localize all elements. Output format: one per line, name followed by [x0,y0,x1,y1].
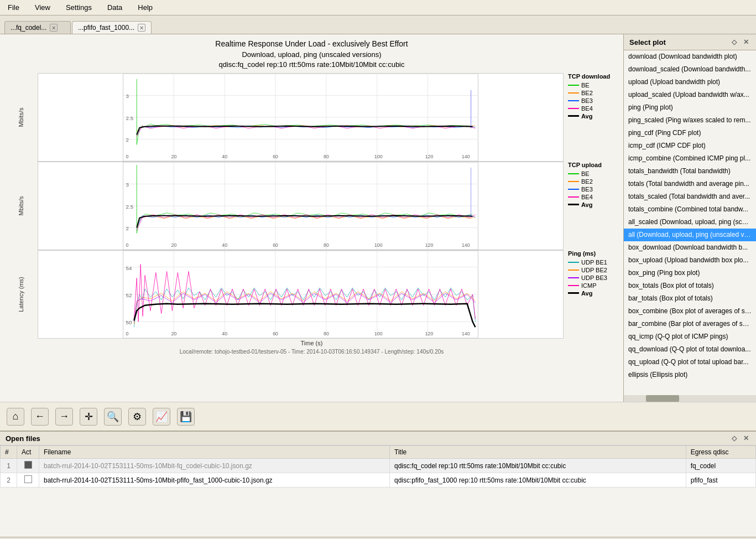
plot-list[interactable]: download (Download bandwidth plot)downlo… [624,50,756,395]
svg-text:3: 3 [126,93,129,99]
toolbar-settings-button[interactable]: ⚙ [128,408,146,426]
plot-item[interactable]: ping_scaled (Ping w/axes scaled to rem..… [624,114,756,127]
scrollbar-thumb[interactable] [646,395,679,402]
row-checkbox[interactable] [24,475,32,483]
toolbar-move-button[interactable]: ✛ [80,408,97,426]
upload-legend-avg: Avg [568,201,619,208]
upload-legend-title: TCP upload [568,162,619,168]
upload-chart-row: Mbits/s 3 2.5 2 20 [4,162,619,250]
svg-text:2: 2 [126,225,129,231]
menu-data[interactable]: Data [104,2,126,13]
plot-scrollbar[interactable] [624,395,756,402]
plot-item[interactable]: upload (Upload bandwidth plot) [624,76,756,89]
open-files-table: # Act Filename Title Egress qdisc 1batch… [0,445,756,537]
tab-fq-codel-label: ...fq_codel... [11,24,46,32]
toolbar-save-button[interactable]: 💾 [177,408,195,426]
svg-text:3: 3 [126,182,129,188]
tab-pfifo[interactable]: ...pfifo_fast_1000... ✕ [72,21,152,34]
plot-item[interactable]: upload_scaled (Upload bandwidth w/ax... [624,89,756,101]
upload-y-label-container: Mbits/s [4,162,38,250]
plot-item[interactable]: download (Download bandwidth plot) [624,50,756,63]
plot-item[interactable]: bar_combine (Bar plot of averages of se.… [624,318,756,330]
plot-item[interactable]: box_combine (Box plot of averages of se.… [624,305,756,318]
plot-item[interactable]: box_totals (Box plot of totals) [624,279,756,292]
toolbar-forward-button[interactable]: → [55,408,73,426]
plot-item[interactable]: all (Download, upload, ping (unscaled ve… [624,229,756,241]
select-plot-header: Select plot ◇ ✕ [624,34,756,50]
panel-diamond-icon[interactable]: ◇ [729,38,738,46]
plot-item[interactable]: bar_totals (Box plot of totals) [624,292,756,305]
panel-close-icon[interactable]: ✕ [742,38,750,46]
ping-y-label-container: Latency (ms) [4,250,38,339]
plot-item[interactable]: ellipsis (Ellipsis plot) [624,369,756,381]
chart-status: Local/remote: tohojo-testbed-01/testserv… [4,349,619,355]
plot-item[interactable]: icmp_combine (Combined ICMP ping pl... [624,152,756,165]
toolbar-home-button[interactable]: ⌂ [7,408,24,426]
upload-legend: TCP upload BE BE2 BE3 BE4 [564,162,619,250]
toolbar-back-button[interactable]: ← [31,408,49,426]
plot-item[interactable]: qq_upload (Q-Q plot of total upload bar.… [624,356,756,369]
row-act[interactable] [17,459,39,473]
svg-text:50: 50 [126,319,132,325]
tab-fq-codel[interactable]: ...fq_codel... ✕ [4,21,71,34]
svg-text:20: 20 [171,331,176,336]
row-title: qdisc:fq_codel rep:10 rtt:50ms rate:10Mb… [390,459,686,473]
tab-pfifo-close[interactable]: ✕ [138,24,145,32]
bottom-header-icons: ◇ ✕ [729,434,750,443]
svg-text:40: 40 [222,154,227,159]
table-row[interactable]: 2batch-rrul-2014-10-02T153111-50ms-10Mbi… [1,473,756,488]
col-title: Title [390,446,686,459]
menu-settings[interactable]: Settings [62,2,95,13]
upload-legend-be3: BE3 [568,186,619,193]
menu-view[interactable]: View [32,2,54,13]
plot-item[interactable]: all_scaled (Download, upload, ping (scal… [624,216,756,229]
table-row[interactable]: 1batch-rrul-2014-10-02T153111-50ms-10Mbi… [1,459,756,473]
plot-item[interactable]: icmp_cdf (ICMP CDF plot) [624,139,756,152]
ping-legend-udpbe3: UDP BE3 [568,274,619,281]
plot-item[interactable]: totals (Total bandwidth and average pin.… [624,178,756,190]
toolbar-chart-button[interactable]: 📈 [153,408,170,426]
download-legend-avg: Avg [568,113,619,120]
col-act: Act [17,446,39,459]
plot-item[interactable]: box_download (Download bandwidth b... [624,241,756,254]
menu-file[interactable]: File [4,2,23,13]
svg-text:60: 60 [273,154,278,159]
col-num: # [1,446,17,459]
plot-item[interactable]: qq_icmp (Q-Q plot of ICMP pings) [624,330,756,343]
ping-legend-udpbe2: UDP BE2 [568,267,619,273]
upload-chart-svg: 3 2.5 2 20 40 60 80 100 120 140 0 [38,162,564,250]
row-checkbox[interactable] [24,461,32,469]
svg-text:100: 100 [374,242,383,248]
plot-item[interactable]: totals_scaled (Total bandwidth and aver.… [624,190,756,203]
svg-text:100: 100 [374,154,383,159]
row-filename: batch-rrul-2014-10-02T153111-50ms-10Mbit… [39,459,390,473]
col-filename: Filename [39,446,390,459]
menu-help[interactable]: Help [134,2,156,13]
svg-text:20: 20 [171,242,176,248]
row-number: 2 [1,473,17,488]
row-act[interactable] [17,473,39,488]
plot-item[interactable]: box_ping (Ping box plot) [624,267,756,279]
download-legend-be: BE [568,82,619,89]
bottom-diamond-icon[interactable]: ◇ [729,434,738,443]
plot-item[interactable]: totals_bandwidth (Total bandwidth) [624,165,756,178]
row-title: qdisc:pfifo_fast_1000 rep:10 rtt:50ms ra… [390,473,686,488]
plot-item[interactable]: ping_cdf (Ping CDF plot) [624,127,756,139]
plot-item[interactable]: qq_download (Q-Q plot of total downloa..… [624,343,756,356]
svg-text:40: 40 [222,242,227,248]
svg-text:0: 0 [126,331,129,336]
col-egress: Egress qdisc [686,446,755,459]
toolbar-zoom-button[interactable]: 🔍 [104,408,122,426]
download-legend-title: TCP download [568,73,619,80]
tab-fq-codel-close[interactable]: ✕ [50,24,58,32]
download-legend-be4: BE4 [568,105,619,112]
plot-item[interactable]: totals_combine (Combined total bandw... [624,203,756,216]
plot-item[interactable]: download_scaled (Download bandwidth... [624,63,756,76]
bottom-close-icon[interactable]: ✕ [742,434,750,443]
plot-item[interactable]: box_upload (Upload bandwidth box plo... [624,254,756,267]
chart-title-line1: Realtime Response Under Load - exclusive… [4,39,619,50]
svg-text:54: 54 [126,265,132,271]
chart-title: Realtime Response Under Load - exclusive… [4,39,619,70]
plot-item[interactable]: ping (Ping plot) [624,101,756,114]
row-filename: batch-rrul-2014-10-02T153111-50ms-10Mbit… [39,473,390,488]
